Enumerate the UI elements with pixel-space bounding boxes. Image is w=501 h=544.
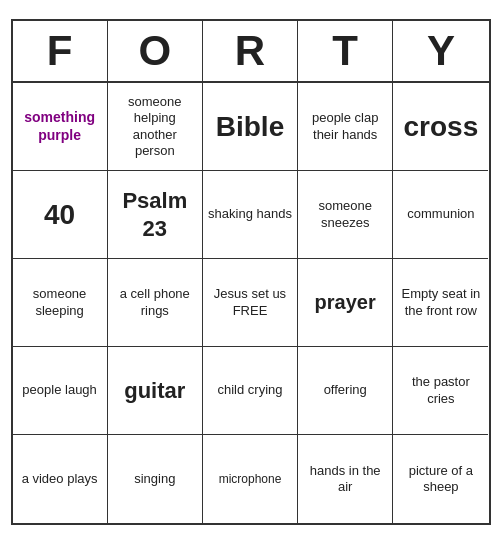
bingo-cell-10: someone sleeping xyxy=(13,259,108,347)
bingo-cell-24: picture of a sheep xyxy=(393,435,488,523)
bingo-cell-5: 40 xyxy=(13,171,108,259)
bingo-cell-21: singing xyxy=(108,435,203,523)
bingo-cell-9: communion xyxy=(393,171,488,259)
bingo-cell-18: offering xyxy=(298,347,393,435)
bingo-cell-6: Psalm 23 xyxy=(108,171,203,259)
bingo-cell-23: hands in the air xyxy=(298,435,393,523)
bingo-cell-17: child crying xyxy=(203,347,298,435)
bingo-cell-1: someone helping another person xyxy=(108,83,203,171)
bingo-cell-7: shaking hands xyxy=(203,171,298,259)
bingo-cell-13: prayer xyxy=(298,259,393,347)
header-letter-y: Y xyxy=(393,21,488,81)
bingo-cell-19: the pastor cries xyxy=(393,347,488,435)
bingo-cell-0: something purple xyxy=(13,83,108,171)
bingo-cell-15: people laugh xyxy=(13,347,108,435)
bingo-cell-4: cross xyxy=(393,83,488,171)
header-letter-t: T xyxy=(298,21,393,81)
bingo-cell-2: Bible xyxy=(203,83,298,171)
bingo-cell-16: guitar xyxy=(108,347,203,435)
bingo-header: FORTY xyxy=(13,21,489,83)
bingo-cell-3: people clap their hands xyxy=(298,83,393,171)
header-letter-f: F xyxy=(13,21,108,81)
bingo-card: FORTY something purplesomeone helping an… xyxy=(11,19,491,525)
bingo-cell-8: someone sneezes xyxy=(298,171,393,259)
header-letter-o: O xyxy=(108,21,203,81)
bingo-cell-12: Jesus set us FREE xyxy=(203,259,298,347)
bingo-grid: something purplesomeone helping another … xyxy=(13,83,489,523)
bingo-cell-11: a cell phone rings xyxy=(108,259,203,347)
bingo-cell-20: a video plays xyxy=(13,435,108,523)
bingo-cell-14: Empty seat in the front row xyxy=(393,259,488,347)
bingo-cell-22: microphone xyxy=(203,435,298,523)
header-letter-r: R xyxy=(203,21,298,81)
